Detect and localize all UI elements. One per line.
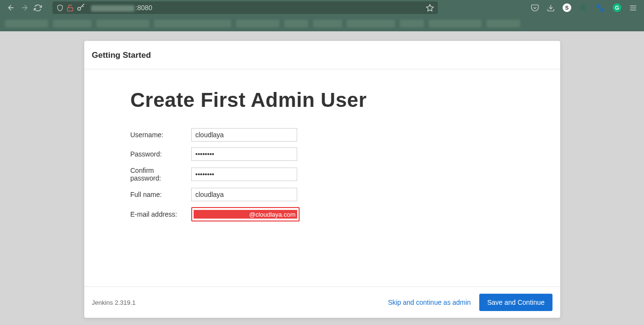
forward-button[interactable] <box>20 3 29 12</box>
extension-g-icon[interactable]: G <box>613 3 621 12</box>
confirm-password-label: Confirm password: <box>131 167 191 182</box>
bookmark-item[interactable] <box>284 20 308 27</box>
hamburger-menu-icon[interactable] <box>629 4 637 12</box>
key-icon <box>77 3 85 12</box>
bookmark-item[interactable] <box>400 20 424 27</box>
version-label: Jenkins 2.319.1 <box>92 299 136 306</box>
card-header: Getting Started <box>84 41 560 69</box>
username-input[interactable] <box>191 128 297 142</box>
card-header-title: Getting Started <box>92 51 552 60</box>
svg-rect-0 <box>67 7 73 11</box>
nav-buttons <box>4 3 45 12</box>
confirm-password-input[interactable] <box>191 168 297 181</box>
pocket-icon[interactable] <box>531 4 539 12</box>
email-input[interactable]: @cloudlaya.com <box>191 207 300 221</box>
svg-marker-2 <box>426 4 433 11</box>
username-label: Username: <box>131 128 191 142</box>
browser-toolbar: :8080 S ⦿ 🐾 G <box>0 0 644 15</box>
fullname-label: Full name: <box>131 188 191 201</box>
admin-user-form: Username: Password: Confirm password: Fu… <box>131 122 300 227</box>
bookmark-item[interactable] <box>429 20 482 27</box>
password-input[interactable] <box>191 147 297 161</box>
footer-actions: Skip and continue as admin Save and Cont… <box>388 294 552 311</box>
bookmark-item[interactable] <box>96 20 149 27</box>
password-label: Password: <box>131 147 191 161</box>
bookmark-item[interactable] <box>5 20 48 27</box>
shield-icon <box>56 4 64 12</box>
lock-broken-icon <box>66 4 74 12</box>
fullname-input[interactable] <box>191 188 297 201</box>
download-icon[interactable] <box>547 4 555 12</box>
bookmark-item[interactable] <box>313 20 342 27</box>
extension-s-icon[interactable]: S <box>563 3 571 12</box>
bookmark-star-icon[interactable] <box>426 4 434 12</box>
email-visible-suffix: @cloudlaya.com <box>249 211 295 218</box>
setup-wizard-card: Getting Started Create First Admin User … <box>84 41 560 318</box>
reload-button[interactable] <box>34 3 42 12</box>
bookmark-item[interactable] <box>154 20 231 27</box>
bookmark-item[interactable] <box>53 20 92 27</box>
bookmarks-bar <box>0 15 644 31</box>
url-security-icons <box>56 3 85 12</box>
url-text: :8080 <box>89 4 422 12</box>
back-button[interactable] <box>7 3 15 12</box>
svg-point-1 <box>78 7 80 10</box>
extension-n-icon[interactable]: ⦿ <box>579 3 588 12</box>
bookmark-item[interactable] <box>347 20 395 27</box>
card-body: Create First Admin User Username: Passwo… <box>84 69 560 286</box>
page-background: Getting Started Create First Admin User … <box>0 31 644 325</box>
bookmark-item[interactable] <box>236 20 279 27</box>
save-continue-button[interactable]: Save and Continue <box>479 294 552 311</box>
page-heading: Create First Admin User <box>131 89 514 112</box>
bookmark-item[interactable] <box>486 20 520 27</box>
browser-extensions: S ⦿ 🐾 G <box>531 3 640 13</box>
url-bar[interactable]: :8080 <box>53 1 438 14</box>
extension-gnome-icon[interactable]: 🐾 <box>595 3 605 13</box>
card-footer: Jenkins 2.319.1 Skip and continue as adm… <box>84 286 560 318</box>
skip-button[interactable]: Skip and continue as admin <box>388 299 471 306</box>
email-label: E-mail address: <box>131 207 191 221</box>
